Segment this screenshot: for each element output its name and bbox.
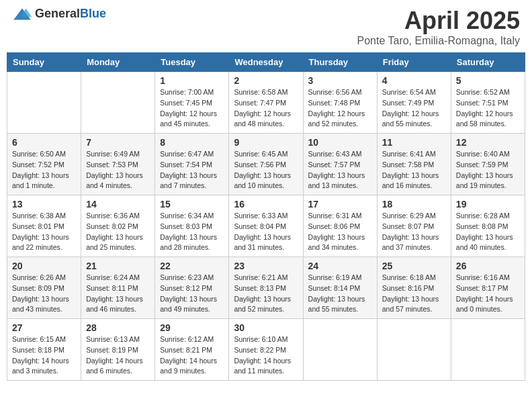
- day-number: 26: [456, 261, 520, 271]
- day-number: 13: [12, 199, 76, 210]
- weekday-header-thursday: Thursday: [303, 53, 377, 72]
- day-number: 9: [234, 137, 298, 148]
- day-info: Sunrise: 6:56 AMSunset: 7:48 PMDaylight:…: [308, 87, 372, 130]
- calendar-cell: 1Sunrise: 7:00 AMSunset: 7:45 PMDaylight…: [155, 72, 229, 134]
- day-info: Sunrise: 6:29 AMSunset: 8:07 PMDaylight:…: [382, 211, 446, 253]
- calendar-cell: 14Sunrise: 6:36 AMSunset: 8:02 PMDayligh…: [81, 195, 155, 257]
- calendar-cell: 22Sunrise: 6:23 AMSunset: 8:12 PMDayligh…: [155, 257, 229, 319]
- day-info: Sunrise: 6:19 AMSunset: 8:14 PMDaylight:…: [308, 273, 372, 315]
- day-number: 22: [160, 261, 224, 271]
- day-number: 20: [12, 261, 76, 271]
- logo-general: General: [35, 7, 80, 20]
- calendar-cell: 20Sunrise: 6:26 AMSunset: 8:09 PMDayligh…: [7, 257, 81, 319]
- day-number: 16: [234, 199, 298, 210]
- calendar-cell: 26Sunrise: 6:16 AMSunset: 8:17 PMDayligh…: [451, 257, 525, 319]
- day-number: 18: [382, 199, 446, 210]
- day-info: Sunrise: 6:43 AMSunset: 7:57 PMDaylight:…: [308, 149, 372, 191]
- weekday-header-saturday: Saturday: [451, 53, 525, 72]
- calendar-cell: 23Sunrise: 6:21 AMSunset: 8:13 PMDayligh…: [229, 257, 303, 319]
- calendar-cell: 15Sunrise: 6:34 AMSunset: 8:03 PMDayligh…: [155, 195, 229, 257]
- day-info: Sunrise: 6:52 AMSunset: 7:51 PMDaylight:…: [456, 87, 520, 130]
- calendar-cell: 16Sunrise: 6:33 AMSunset: 8:04 PMDayligh…: [229, 195, 303, 257]
- day-info: Sunrise: 6:40 AMSunset: 7:59 PMDaylight:…: [456, 149, 520, 191]
- day-info: Sunrise: 6:47 AMSunset: 7:54 PMDaylight:…: [160, 149, 224, 191]
- day-info: Sunrise: 6:18 AMSunset: 8:16 PMDaylight:…: [382, 273, 446, 315]
- title-area: April 2025 Ponte Taro, Emilia-Romagna, I…: [357, 7, 520, 47]
- day-number: 28: [86, 322, 150, 333]
- calendar-cell: 7Sunrise: 6:49 AMSunset: 7:53 PMDaylight…: [81, 134, 155, 195]
- day-info: Sunrise: 6:49 AMSunset: 7:53 PMDaylight:…: [86, 149, 150, 191]
- day-info: Sunrise: 6:10 AMSunset: 8:22 PMDaylight:…: [234, 334, 298, 377]
- day-info: Sunrise: 6:36 AMSunset: 8:02 PMDaylight:…: [86, 211, 150, 253]
- calendar-cell: 29Sunrise: 6:12 AMSunset: 8:21 PMDayligh…: [155, 319, 229, 381]
- day-info: Sunrise: 6:15 AMSunset: 8:18 PMDaylight:…: [12, 334, 76, 377]
- week-row-1: 1Sunrise: 7:00 AMSunset: 7:45 PMDaylight…: [7, 72, 525, 134]
- calendar-cell: 9Sunrise: 6:45 AMSunset: 7:56 PMDaylight…: [229, 134, 303, 195]
- day-number: 15: [160, 199, 224, 210]
- calendar-cell: 17Sunrise: 6:31 AMSunset: 8:06 PMDayligh…: [303, 195, 377, 257]
- calendar-cell: 28Sunrise: 6:13 AMSunset: 8:19 PMDayligh…: [81, 319, 155, 381]
- calendar-cell: 5Sunrise: 6:52 AMSunset: 7:51 PMDaylight…: [451, 72, 525, 134]
- week-row-4: 20Sunrise: 6:26 AMSunset: 8:09 PMDayligh…: [7, 257, 525, 319]
- day-number: 24: [308, 261, 372, 271]
- calendar-subtitle: Ponte Taro, Emilia-Romagna, Italy: [357, 35, 520, 47]
- calendar-cell: 13Sunrise: 6:38 AMSunset: 8:01 PMDayligh…: [7, 195, 81, 257]
- day-number: 2: [234, 75, 298, 86]
- day-info: Sunrise: 6:54 AMSunset: 7:49 PMDaylight:…: [382, 87, 446, 130]
- day-number: 21: [86, 261, 150, 271]
- logo-icon: [12, 7, 32, 21]
- calendar-cell: 10Sunrise: 6:43 AMSunset: 7:57 PMDayligh…: [303, 134, 377, 195]
- weekday-header-tuesday: Tuesday: [155, 53, 229, 72]
- day-info: Sunrise: 6:50 AMSunset: 7:52 PMDaylight:…: [12, 149, 76, 191]
- calendar-cell: 30Sunrise: 6:10 AMSunset: 8:22 PMDayligh…: [229, 319, 303, 381]
- day-number: 17: [308, 199, 372, 210]
- day-info: Sunrise: 6:28 AMSunset: 8:08 PMDaylight:…: [456, 211, 520, 253]
- day-number: 6: [12, 137, 76, 148]
- day-number: 8: [160, 137, 224, 148]
- day-info: Sunrise: 6:12 AMSunset: 8:21 PMDaylight:…: [160, 334, 224, 377]
- calendar-cell: [451, 319, 525, 381]
- calendar-cell: [377, 319, 451, 381]
- calendar-cell: 6Sunrise: 6:50 AMSunset: 7:52 PMDaylight…: [7, 134, 81, 195]
- day-number: 12: [456, 137, 520, 148]
- calendar-cell: 27Sunrise: 6:15 AMSunset: 8:18 PMDayligh…: [7, 319, 81, 381]
- calendar-cell: 18Sunrise: 6:29 AMSunset: 8:07 PMDayligh…: [377, 195, 451, 257]
- day-info: Sunrise: 6:45 AMSunset: 7:56 PMDaylight:…: [234, 149, 298, 191]
- calendar-cell: 2Sunrise: 6:58 AMSunset: 7:47 PMDaylight…: [229, 72, 303, 134]
- day-info: Sunrise: 6:33 AMSunset: 8:04 PMDaylight:…: [234, 211, 298, 253]
- day-info: Sunrise: 6:26 AMSunset: 8:09 PMDaylight:…: [12, 273, 76, 315]
- day-info: Sunrise: 6:31 AMSunset: 8:06 PMDaylight:…: [308, 211, 372, 253]
- logo-text: GeneralBlue: [35, 7, 106, 21]
- day-number: 29: [160, 322, 224, 333]
- day-number: 10: [308, 137, 372, 148]
- day-info: Sunrise: 6:16 AMSunset: 8:17 PMDaylight:…: [456, 273, 520, 315]
- calendar-cell: 11Sunrise: 6:41 AMSunset: 7:58 PMDayligh…: [377, 134, 451, 195]
- calendar-table: SundayMondayTuesdayWednesdayThursdayFrid…: [7, 52, 525, 381]
- day-info: Sunrise: 7:00 AMSunset: 7:45 PMDaylight:…: [160, 87, 224, 130]
- day-info: Sunrise: 6:41 AMSunset: 7:58 PMDaylight:…: [382, 149, 446, 191]
- day-number: 23: [234, 261, 298, 271]
- weekday-header-row: SundayMondayTuesdayWednesdayThursdayFrid…: [7, 53, 525, 72]
- day-info: Sunrise: 6:24 AMSunset: 8:11 PMDaylight:…: [86, 273, 150, 315]
- calendar-cell: 8Sunrise: 6:47 AMSunset: 7:54 PMDaylight…: [155, 134, 229, 195]
- calendar-cell: 24Sunrise: 6:19 AMSunset: 8:14 PMDayligh…: [303, 257, 377, 319]
- logo-blue: Blue: [80, 7, 106, 20]
- day-info: Sunrise: 6:13 AMSunset: 8:19 PMDaylight:…: [86, 334, 150, 377]
- day-info: Sunrise: 6:58 AMSunset: 7:47 PMDaylight:…: [234, 87, 298, 130]
- day-number: 1: [160, 75, 224, 86]
- calendar-cell: 4Sunrise: 6:54 AMSunset: 7:49 PMDaylight…: [377, 72, 451, 134]
- day-number: 25: [382, 261, 446, 271]
- day-info: Sunrise: 6:38 AMSunset: 8:01 PMDaylight:…: [12, 211, 76, 253]
- week-row-5: 27Sunrise: 6:15 AMSunset: 8:18 PMDayligh…: [7, 319, 525, 381]
- calendar-cell: 19Sunrise: 6:28 AMSunset: 8:08 PMDayligh…: [451, 195, 525, 257]
- calendar-cell: [7, 72, 81, 134]
- day-number: 14: [86, 199, 150, 210]
- week-row-3: 13Sunrise: 6:38 AMSunset: 8:01 PMDayligh…: [7, 195, 525, 257]
- weekday-header-monday: Monday: [81, 53, 155, 72]
- day-number: 27: [12, 322, 76, 333]
- day-number: 4: [382, 75, 446, 86]
- day-number: 5: [456, 75, 520, 86]
- calendar-cell: 3Sunrise: 6:56 AMSunset: 7:48 PMDaylight…: [303, 72, 377, 134]
- logo: GeneralBlue: [12, 7, 106, 21]
- day-number: 11: [382, 137, 446, 148]
